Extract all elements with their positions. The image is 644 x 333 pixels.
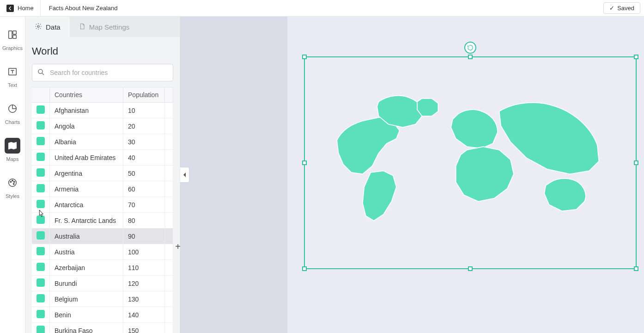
- row-country[interactable]: Fr. S. Antarctic Lands: [50, 213, 123, 228]
- map-selection-frame[interactable]: [304, 56, 637, 269]
- resize-handle-bl[interactable]: [302, 266, 307, 271]
- row-swatch[interactable]: [32, 118, 50, 134]
- row-country[interactable]: Australia: [50, 228, 123, 244]
- row-value[interactable]: 120: [123, 276, 165, 291]
- resize-handle-bm[interactable]: [468, 266, 473, 271]
- search-input[interactable]: [45, 69, 168, 76]
- row-swatch[interactable]: [32, 197, 50, 213]
- row-country[interactable]: Belgium: [50, 291, 123, 307]
- row-value[interactable]: 90: [123, 228, 165, 244]
- row-value[interactable]: 30: [123, 134, 165, 150]
- text-icon: [5, 64, 20, 80]
- row-swatch[interactable]: [32, 276, 50, 291]
- row-country[interactable]: Austria: [50, 244, 123, 260]
- add-button[interactable]: +: [171, 240, 184, 253]
- row-country[interactable]: Albania: [50, 134, 123, 150]
- row-swatch[interactable]: [32, 291, 50, 307]
- column-value[interactable]: Population: [123, 87, 165, 103]
- resize-handle-tr[interactable]: [634, 55, 638, 59]
- resize-handle-ml[interactable]: [302, 160, 307, 165]
- row-value[interactable]: 80: [123, 213, 165, 228]
- canvas[interactable]: +: [180, 17, 644, 333]
- color-swatch-icon: [36, 216, 45, 224]
- collapse-panel-button[interactable]: [180, 167, 189, 183]
- row-value[interactable]: 130: [123, 291, 165, 307]
- row-extra: [165, 197, 173, 213]
- row-country[interactable]: Burkina Faso: [50, 323, 123, 333]
- color-swatch-icon: [36, 263, 45, 271]
- row-extra: [165, 276, 173, 291]
- table-row[interactable]: Benin140: [32, 307, 173, 323]
- table-row[interactable]: Argentina50: [32, 166, 173, 181]
- document-icon: [79, 23, 85, 31]
- row-swatch[interactable]: [32, 307, 50, 323]
- table-row[interactable]: Armenia60: [32, 181, 173, 197]
- row-value[interactable]: 140: [123, 307, 165, 323]
- table-row[interactable]: Albania30: [32, 134, 173, 150]
- row-swatch[interactable]: [32, 150, 50, 166]
- resize-handle-br[interactable]: [634, 266, 638, 271]
- color-swatch-icon: [36, 247, 45, 255]
- row-value[interactable]: 10: [123, 103, 165, 118]
- color-swatch-icon: [36, 310, 45, 318]
- color-swatch-icon: [36, 278, 45, 287]
- svg-point-8: [13, 184, 14, 185]
- resize-handle-tl[interactable]: [302, 55, 307, 59]
- row-country[interactable]: Benin: [50, 307, 123, 323]
- row-country[interactable]: Afghanistan: [50, 103, 123, 118]
- row-swatch[interactable]: [32, 260, 50, 276]
- rail-item-graphics[interactable]: Graphics: [2, 27, 23, 51]
- table-row[interactable]: United Arab Emirates40: [32, 150, 173, 166]
- row-swatch[interactable]: [32, 228, 50, 244]
- row-value[interactable]: 110: [123, 260, 165, 276]
- row-swatch[interactable]: [32, 181, 50, 197]
- rail-item-maps[interactable]: Maps: [5, 138, 20, 162]
- row-value[interactable]: 150: [123, 323, 165, 333]
- row-swatch[interactable]: [32, 244, 50, 260]
- row-value[interactable]: 40: [123, 150, 165, 166]
- tab-map-settings[interactable]: Map Settings: [70, 17, 180, 37]
- search-input-wrap[interactable]: [32, 64, 173, 81]
- row-value[interactable]: 20: [123, 118, 165, 134]
- table-row[interactable]: Australia90: [32, 228, 173, 244]
- table-row[interactable]: Afghanistan10: [32, 103, 173, 118]
- rail-item-charts[interactable]: Charts: [5, 101, 20, 125]
- canvas-gutter: [180, 17, 287, 333]
- rotate-handle[interactable]: [464, 42, 476, 54]
- row-country[interactable]: Antarctica: [50, 197, 123, 213]
- country-table-scroll[interactable]: Countries Population Afghanistan10Angola…: [32, 87, 173, 333]
- row-country[interactable]: Azerbaijan: [50, 260, 123, 276]
- row-country[interactable]: Angola: [50, 118, 123, 134]
- resize-handle-tm[interactable]: [468, 55, 473, 59]
- table-row[interactable]: Fr. S. Antarctic Lands80: [32, 213, 173, 228]
- row-swatch[interactable]: [32, 166, 50, 181]
- row-country[interactable]: United Arab Emirates: [50, 150, 123, 166]
- row-value[interactable]: 100: [123, 244, 165, 260]
- row-swatch[interactable]: [32, 213, 50, 228]
- table-row[interactable]: Burundi120: [32, 276, 173, 291]
- row-country[interactable]: Burundi: [50, 276, 123, 291]
- table-row[interactable]: Belgium130: [32, 291, 173, 307]
- home-button[interactable]: Home: [0, 0, 41, 16]
- row-swatch[interactable]: [32, 103, 50, 118]
- rail-item-text[interactable]: Text: [5, 64, 20, 88]
- top-bar: Home Facts About New Zealand ✓ Saved: [0, 0, 644, 17]
- world-map[interactable]: [310, 62, 631, 264]
- row-country[interactable]: Armenia: [50, 181, 123, 197]
- tab-data[interactable]: Data: [25, 17, 70, 37]
- table-row[interactable]: Antarctica70: [32, 197, 173, 213]
- rail-item-styles[interactable]: Styles: [5, 175, 20, 199]
- row-swatch[interactable]: [32, 323, 50, 333]
- column-country[interactable]: Countries: [50, 87, 123, 103]
- table-row[interactable]: Azerbaijan110: [32, 260, 173, 276]
- row-swatch[interactable]: [32, 134, 50, 150]
- table-row[interactable]: Austria100: [32, 244, 173, 260]
- row-value[interactable]: 60: [123, 181, 165, 197]
- row-value[interactable]: 70: [123, 197, 165, 213]
- row-value[interactable]: 50: [123, 166, 165, 181]
- table-row[interactable]: Angola20: [32, 118, 173, 134]
- resize-handle-mr[interactable]: [634, 160, 638, 165]
- row-country[interactable]: Argentina: [50, 166, 123, 181]
- row-extra: [165, 260, 173, 276]
- table-row[interactable]: Burkina Faso150: [32, 323, 173, 333]
